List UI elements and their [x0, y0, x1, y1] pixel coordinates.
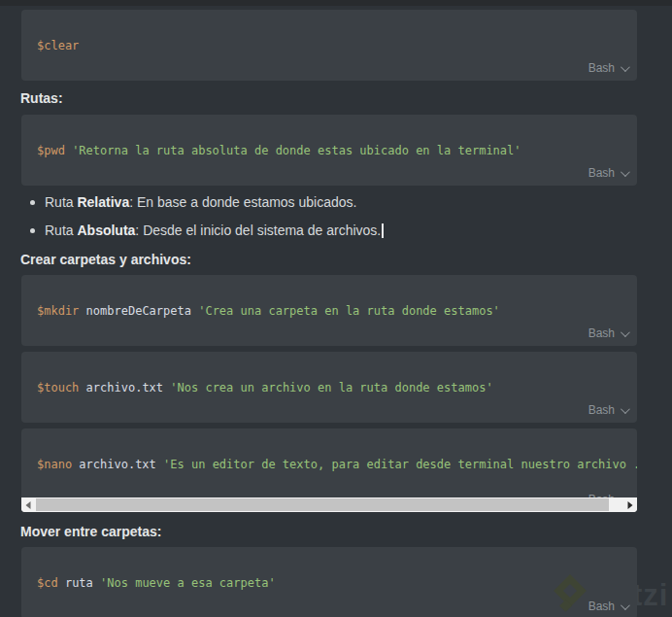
language-label: Bash — [588, 62, 615, 75]
code-line[interactable]: $nano archivo.txt 'Es un editor de texto… — [37, 458, 622, 471]
arrow-right-icon — [628, 501, 633, 509]
code-command: $touch — [37, 381, 79, 394]
heading-crear-carpetas[interactable]: Crear carpetas y archivos: — [20, 252, 637, 267]
bullet-list: Ruta Relativa: En base a donde estamos u… — [21, 194, 637, 238]
bold-text-segment: Relativa — [77, 194, 129, 210]
list-item-text[interactable]: Ruta Absoluta: Desde el inicio del siste… — [45, 223, 384, 238]
code-string: 'Es un editor de texto, para editar desd… — [156, 458, 637, 471]
code-command: $mkdir — [37, 304, 79, 318]
code-block-nano[interactable]: $nano archivo.txt 'Es un editor de texto… — [21, 428, 637, 512]
code-argument: archivo.txt — [79, 381, 163, 394]
chevron-down-icon — [621, 404, 630, 414]
code-line[interactable]: $clear — [37, 39, 622, 52]
code-argument: archivo.txt — [72, 458, 156, 471]
code-command: $nano — [37, 458, 72, 471]
top-edge-strip — [0, 0, 672, 6]
scrollbar-thumb[interactable] — [36, 498, 609, 511]
language-selector[interactable]: Bash — [588, 404, 627, 417]
code-line[interactable]: $cd ruta 'Nos mueve a esa carpeta' — [37, 576, 622, 590]
language-selector[interactable]: Bash — [588, 167, 627, 180]
code-block-clear[interactable]: $clear Bash — [21, 10, 637, 81]
document-page: tzi $clear Bash Rutas: $pwd 'Retorna la … — [0, 0, 672, 617]
scroll-left-button[interactable] — [21, 497, 35, 512]
heading-mover-carpetas[interactable]: Mover entre carpetas: — [20, 524, 637, 539]
code-string: 'Crea una carpeta en la ruta donde estam… — [191, 304, 500, 318]
language-selector[interactable]: Bash — [588, 62, 627, 75]
code-block-cd[interactable]: $cd ruta 'Nos mueve a esa carpeta' Bash — [21, 547, 637, 617]
text-segment: Ruta — [45, 194, 77, 210]
list-item[interactable]: Ruta Relativa: En base a donde estamos u… — [21, 194, 637, 210]
chevron-down-icon — [621, 600, 630, 610]
text-cursor — [382, 223, 384, 238]
bold-text-segment: Absoluta — [77, 223, 135, 238]
code-argument: nombreDeCarpeta — [79, 304, 191, 318]
note-content: $clear Bash Rutas: $pwd 'Retorna la ruta… — [0, 10, 672, 617]
list-item-text[interactable]: Ruta Relativa: En base a donde estamos u… — [45, 194, 356, 210]
code-block-touch[interactable]: $touch archivo.txt 'Nos crea un archivo … — [21, 352, 637, 423]
text-segment: Ruta — [45, 223, 77, 238]
code-command: $pwd — [37, 144, 65, 157]
code-line[interactable]: $pwd 'Retorna la ruta absoluta de donde … — [37, 144, 622, 157]
language-label: Bash — [588, 404, 615, 417]
text-segment: : En base a donde estamos ubicados. — [129, 194, 356, 210]
arrow-left-icon — [26, 501, 31, 509]
language-selector[interactable]: Bash — [588, 327, 627, 340]
code-command: $cd — [37, 576, 58, 590]
code-line[interactable]: $mkdir nombreDeCarpeta 'Crea una carpeta… — [37, 304, 622, 318]
code-argument: ruta — [58, 576, 93, 590]
code-block-mkdir[interactable]: $mkdir nombreDeCarpeta 'Crea una carpeta… — [21, 275, 637, 346]
code-line[interactable]: $touch archivo.txt 'Nos crea un archivo … — [37, 381, 622, 394]
horizontal-scrollbar[interactable] — [21, 497, 637, 512]
chevron-down-icon — [621, 62, 630, 72]
heading-rutas[interactable]: Rutas: — [20, 90, 637, 106]
list-item[interactable]: Ruta Absoluta: Desde el inicio del siste… — [21, 223, 637, 238]
code-string: 'Nos crea un archivo en la ruta donde es… — [163, 381, 493, 394]
code-command: $clear — [37, 39, 79, 52]
code-block-pwd[interactable]: $pwd 'Retorna la ruta absoluta de donde … — [21, 115, 637, 186]
scroll-right-button[interactable] — [623, 497, 637, 512]
language-label: Bash — [588, 600, 615, 613]
language-label: Bash — [588, 327, 615, 340]
language-label: Bash — [588, 167, 615, 180]
language-selector[interactable]: Bash — [588, 600, 627, 613]
chevron-down-icon — [621, 327, 630, 337]
bullet-icon — [30, 228, 35, 233]
bullet-icon — [30, 200, 35, 205]
code-string: 'Nos mueve a esa carpeta' — [93, 576, 276, 590]
code-string: 'Retorna la ruta absoluta de donde estas… — [65, 144, 521, 157]
chevron-down-icon — [621, 167, 630, 177]
text-segment: : Desde el inicio del sistema de archivo… — [135, 223, 381, 238]
